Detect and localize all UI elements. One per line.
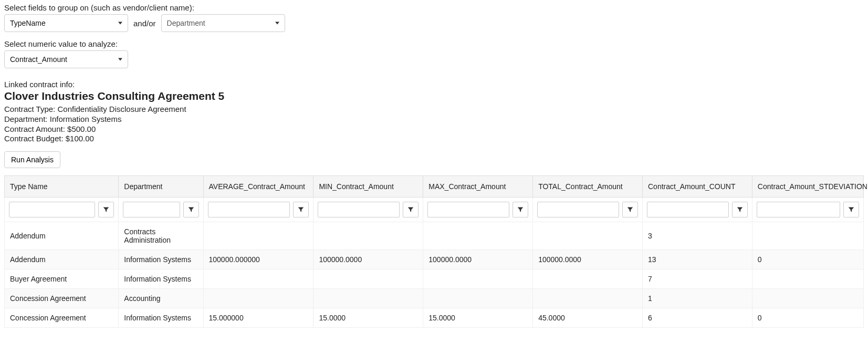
- table-cell: Information Systems: [119, 269, 203, 289]
- numeric-value-value: Contract_Amount: [10, 55, 67, 64]
- table-cell: 15.000000: [203, 308, 313, 328]
- table-cell: Addendum: [5, 222, 119, 250]
- table-cell: [423, 269, 533, 289]
- contract-dept-label: Department:: [4, 115, 50, 123]
- contract-budget-line: Contract Budget: $100.00: [4, 134, 864, 144]
- contract-amount-line: Contract Amount: $500.00: [4, 124, 864, 134]
- table-cell: [752, 269, 863, 289]
- filter-input-stdev[interactable]: [757, 202, 840, 217]
- table-cell: 45.0000: [533, 308, 643, 328]
- numeric-value-row: Contract_Amount: [4, 50, 864, 68]
- funnel-icon: [517, 206, 524, 213]
- table-cell: 100000.0000: [533, 250, 643, 269]
- table-cell: 7: [643, 269, 752, 289]
- col-header-average[interactable]: AVERAGE_Contract_Amount: [203, 176, 313, 198]
- table-cell: 100000.0000: [313, 250, 423, 269]
- group-fields-row: TypeName and/or Department: [4, 14, 864, 32]
- table-cell: Concession Agreement: [5, 308, 119, 328]
- filter-row: [5, 198, 864, 222]
- linked-contract-label: Linked contract info:: [4, 80, 864, 89]
- funnel-icon: [848, 206, 854, 213]
- table-cell: [203, 289, 313, 308]
- contract-type-line: Contract Type: Confidentiality Disclosur…: [4, 105, 864, 115]
- table-cell: 100000.000000: [203, 250, 313, 269]
- contract-budget-value: $100.00: [66, 134, 94, 143]
- col-header-stdev[interactable]: Contract_Amount_STDEVIATION: [752, 176, 863, 198]
- contract-amount-value: $500.00: [67, 124, 96, 133]
- col-header-count[interactable]: Contract_Amount_COUNT: [643, 176, 752, 198]
- filter-button-count[interactable]: [732, 202, 748, 217]
- table-cell: 3: [643, 222, 752, 250]
- run-analysis-button[interactable]: Run Analysis: [4, 151, 60, 168]
- table-cell: Information Systems: [119, 308, 203, 328]
- filter-input-typename[interactable]: [9, 202, 95, 217]
- results-table: Type Name Department AVERAGE_Contract_Am…: [4, 175, 864, 328]
- table-row[interactable]: Buyer AgreementInformation Systems7: [5, 269, 864, 289]
- contract-title: Clover Industries Consulting Agreement 5: [4, 90, 864, 102]
- filter-input-department[interactable]: [123, 202, 180, 217]
- table-cell: 13: [643, 250, 752, 269]
- funnel-icon: [103, 206, 109, 213]
- contract-type-label: Contract Type:: [4, 105, 57, 113]
- table-cell: 15.0000: [313, 308, 423, 328]
- table-cell: [752, 222, 863, 250]
- table-header-row: Type Name Department AVERAGE_Contract_Am…: [5, 176, 864, 198]
- table-cell: 15.0000: [423, 308, 533, 328]
- table-cell: [533, 289, 643, 308]
- table-cell: [533, 269, 643, 289]
- contract-type-value: Confidentiality Disclosure Agreement: [57, 105, 186, 113]
- filter-input-min[interactable]: [318, 202, 400, 217]
- numeric-value-label: Select numeric value to analyze:: [4, 39, 864, 48]
- andor-label: and/or: [133, 19, 156, 28]
- chevron-down-icon: [118, 22, 122, 25]
- contract-dept-line: Department: Information Systems: [4, 115, 864, 124]
- col-header-max[interactable]: MAX_Contract_Amount: [423, 176, 533, 198]
- table-cell: Concession Agreement: [5, 289, 119, 308]
- contract-budget-label: Contract Budget:: [4, 134, 66, 143]
- funnel-icon: [737, 206, 743, 213]
- table-cell: Accounting: [119, 289, 203, 308]
- table-row[interactable]: Concession AgreementAccounting1: [5, 289, 864, 308]
- filter-input-count[interactable]: [647, 202, 729, 217]
- table-cell: 6: [643, 308, 752, 328]
- table-cell: 1: [643, 289, 752, 308]
- filter-input-average[interactable]: [208, 202, 290, 217]
- table-cell: [313, 289, 423, 308]
- group-field-2-select[interactable]: Department: [161, 14, 285, 32]
- table-cell: [533, 222, 643, 250]
- contract-amount-label: Contract Amount:: [4, 124, 67, 133]
- table-row[interactable]: Concession AgreementInformation Systems1…: [5, 308, 864, 328]
- group-field-2-value: Department: [167, 19, 205, 27]
- table-row[interactable]: AddendumContracts Administration3: [5, 222, 864, 250]
- numeric-value-select[interactable]: Contract_Amount: [4, 50, 128, 68]
- filter-button-stdev[interactable]: [843, 202, 859, 217]
- table-cell: [423, 289, 533, 308]
- funnel-icon: [188, 206, 194, 213]
- table-cell: [423, 222, 533, 250]
- filter-input-max[interactable]: [427, 202, 509, 217]
- filter-button-typename[interactable]: [98, 202, 114, 217]
- table-cell: [313, 222, 423, 250]
- table-cell: [752, 289, 863, 308]
- table-cell: Buyer Agreement: [5, 269, 119, 289]
- filter-button-total[interactable]: [622, 202, 638, 217]
- filter-button-department[interactable]: [183, 202, 199, 217]
- filter-button-min[interactable]: [403, 202, 419, 217]
- group-field-1-select[interactable]: TypeName: [4, 14, 128, 32]
- group-field-1-value: TypeName: [10, 19, 46, 27]
- filter-button-max[interactable]: [513, 202, 528, 217]
- table-cell: 0: [752, 308, 863, 328]
- table-cell: [203, 269, 313, 289]
- chevron-down-icon: [118, 58, 122, 61]
- chevron-down-icon: [275, 22, 279, 25]
- col-header-min[interactable]: MIN_Contract_Amount: [313, 176, 423, 198]
- col-header-total[interactable]: TOTAL_Contract_Amount: [533, 176, 643, 198]
- table-cell: Addendum: [5, 250, 119, 269]
- funnel-icon: [407, 206, 414, 213]
- filter-input-total[interactable]: [537, 202, 619, 217]
- col-header-typename[interactable]: Type Name: [5, 176, 119, 198]
- filter-button-average[interactable]: [293, 202, 309, 217]
- table-row[interactable]: AddendumInformation Systems100000.000000…: [5, 250, 864, 269]
- col-header-department[interactable]: Department: [119, 176, 203, 198]
- funnel-icon: [627, 206, 633, 213]
